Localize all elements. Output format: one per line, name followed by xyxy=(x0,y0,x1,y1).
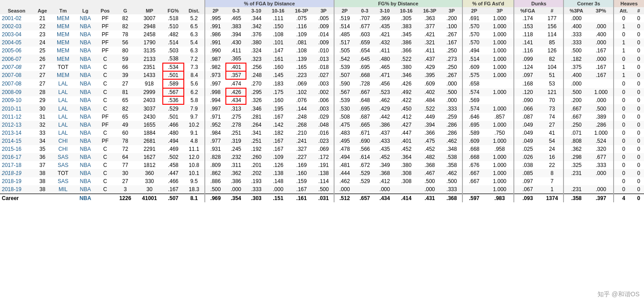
team-cell[interactable]: LAL xyxy=(51,79,74,88)
tm-col: Tm xyxy=(51,7,74,14)
team-cell[interactable]: MEM xyxy=(51,14,74,22)
league-cell[interactable]: NBA xyxy=(75,47,96,55)
league-cell[interactable]: NBA xyxy=(75,38,96,47)
table-row: 2003-0423MEMNBAPF782458.4826.3.986.394.3… xyxy=(0,30,644,38)
table-row: 2014-1534CHINBAPF782681.4944.8.977.319.2… xyxy=(0,137,644,145)
g-col: G xyxy=(114,7,136,14)
team-cell: TOT xyxy=(51,169,74,177)
season-cell[interactable]: 2007-08 xyxy=(0,79,33,88)
season-cell[interactable]: 2009-10 xyxy=(0,96,33,104)
season-cell[interactable]: 2016-17 xyxy=(0,153,33,161)
season-cell[interactable]: 2007-08 xyxy=(0,63,33,71)
league-cell[interactable]: NBA xyxy=(75,104,96,113)
c3pp-col: 3P% xyxy=(589,7,614,14)
team-cell[interactable]: MEM xyxy=(51,30,74,38)
league-cell[interactable]: NBA xyxy=(75,55,96,63)
pct1016-col: 10-16 xyxy=(267,7,290,14)
team-cell[interactable]: LAL xyxy=(51,96,74,104)
team-cell[interactable]: MEM xyxy=(51,22,74,30)
team-cell[interactable]: MIL xyxy=(51,185,74,194)
table-row: 2007-0827LALNBAC27918.5895.6.997.474.270… xyxy=(0,79,644,88)
hatt-col: Att. xyxy=(614,7,633,14)
season-cell[interactable]: 2005-06 xyxy=(0,47,33,55)
table-row: 2001-0221MEMNBAPF823007.5185.2.995.465.3… xyxy=(0,14,644,22)
season-cell[interactable]: 2011-12 xyxy=(0,113,33,121)
league-cell[interactable]: NBA xyxy=(75,88,96,96)
pct3p-col: 3P xyxy=(314,7,334,14)
table-row: 2007-0827TOTNBAC662351.5347.3.982.401.25… xyxy=(0,63,644,71)
stats-table: % of FGA by Distance FG% by Distance % o… xyxy=(0,0,644,202)
season-cell[interactable]: 2014-15 xyxy=(0,137,33,145)
fgpct-header: FG% by Distance xyxy=(334,0,462,7)
team-cell[interactable]: SAS xyxy=(51,161,74,169)
team-cell[interactable]: SAS xyxy=(51,177,74,185)
league-cell[interactable]: NBA xyxy=(75,71,96,79)
team-cell[interactable]: MEM xyxy=(51,71,74,79)
team-cell[interactable]: LAL xyxy=(51,129,74,137)
season-cell[interactable]: 2002-03 xyxy=(0,22,33,30)
fgp-col: FG% xyxy=(163,7,184,14)
league-cell[interactable]: NBA xyxy=(75,145,96,153)
pct163p-col: 16-3P xyxy=(290,7,314,14)
dfga-col: %FGA xyxy=(514,7,541,14)
table-row: 2010-1130LALNBAC823037.5297.9.997.313.34… xyxy=(0,104,644,113)
league-cell[interactable]: NBA xyxy=(75,177,96,185)
season-col: Season xyxy=(0,7,33,14)
fg1016-col: 10-16 xyxy=(395,7,418,14)
team-cell[interactable]: LAL xyxy=(51,104,74,113)
table-row: 2016-1736SASNBAC641627.50212.0.828.232.2… xyxy=(0,153,644,161)
corner3s-header: Corner 3s xyxy=(564,0,614,7)
season-cell[interactable]: 2018-19 xyxy=(0,185,33,194)
team-cell[interactable]: SAS xyxy=(51,153,74,161)
team-cell[interactable]: MEM xyxy=(51,47,74,55)
league-cell[interactable]: NBA xyxy=(75,22,96,30)
team-cell[interactable]: CHI xyxy=(51,145,74,153)
team-cell[interactable]: MEM xyxy=(51,38,74,47)
table-row: 2008-0928LALNBAC812999.5676.2.998.426.29… xyxy=(0,88,644,96)
league-cell[interactable]: NBA xyxy=(75,169,96,177)
league-cell[interactable]: NBA xyxy=(75,96,96,104)
season-cell[interactable]: 2013-14 xyxy=(0,129,33,137)
season-cell[interactable]: 2001-02 xyxy=(0,14,33,22)
team-cell[interactable]: MEM xyxy=(51,55,74,63)
season-cell[interactable]: Career xyxy=(0,194,33,202)
season-cell[interactable]: 2018-19 xyxy=(0,177,33,185)
season-cell[interactable]: 2017-18 xyxy=(0,161,33,169)
league-cell[interactable]: NBA xyxy=(75,63,96,71)
season-cell[interactable]: 2004-05 xyxy=(0,38,33,47)
league-cell[interactable]: NBA xyxy=(75,14,96,22)
team-cell[interactable]: LAL xyxy=(51,88,74,96)
group-header-row: % of FGA by Distance FG% by Distance % o… xyxy=(0,0,644,7)
league-cell[interactable]: NBA xyxy=(75,194,96,202)
league-cell[interactable]: NBA xyxy=(75,129,96,137)
league-cell[interactable]: NBA xyxy=(75,79,96,88)
league-cell[interactable]: NBA xyxy=(75,137,96,145)
season-cell[interactable]: 2012-13 xyxy=(0,121,33,129)
league-cell[interactable]: NBA xyxy=(75,121,96,129)
pct03-col: 0-3 xyxy=(226,7,246,14)
table-row: 2005-0625MEMNBAPF803135.5036.3.990.411.3… xyxy=(0,47,644,55)
season-cell[interactable]: 2008-09 xyxy=(0,88,33,96)
fg03-col: 0-3 xyxy=(355,7,375,14)
league-cell[interactable]: NBA xyxy=(75,113,96,121)
season-cell[interactable]: 2007-08 xyxy=(0,71,33,79)
league-cell[interactable]: NBA xyxy=(75,161,96,169)
team-cell: TOT xyxy=(51,63,74,71)
team-cell[interactable]: CHI xyxy=(51,137,74,145)
team-cell xyxy=(51,194,74,202)
season-cell[interactable]: 2015-16 xyxy=(0,145,33,153)
league-cell[interactable]: NBA xyxy=(75,30,96,38)
table-row: 2004-0524MEMNBAPF561790.5145.4.991.430.3… xyxy=(0,38,644,47)
season-cell[interactable]: 2006-07 xyxy=(0,55,33,63)
league-cell[interactable]: NBA xyxy=(75,185,96,194)
season-cell[interactable]: 2010-11 xyxy=(0,104,33,113)
dnum-col: # xyxy=(541,7,564,14)
league-cell[interactable]: NBA xyxy=(75,153,96,161)
team-cell[interactable]: LAL xyxy=(51,113,74,121)
astd-header: % of FG Ast'd xyxy=(462,0,514,7)
season-cell[interactable]: 2003-04 xyxy=(0,30,33,38)
table-row: 2018-1938SASNBAC27330.4669.5.886.386.193… xyxy=(0,177,644,185)
team-cell[interactable]: LAL xyxy=(51,121,74,129)
heaves-header: Heaves xyxy=(614,0,644,7)
season-cell[interactable]: 2018-19 xyxy=(0,169,33,177)
